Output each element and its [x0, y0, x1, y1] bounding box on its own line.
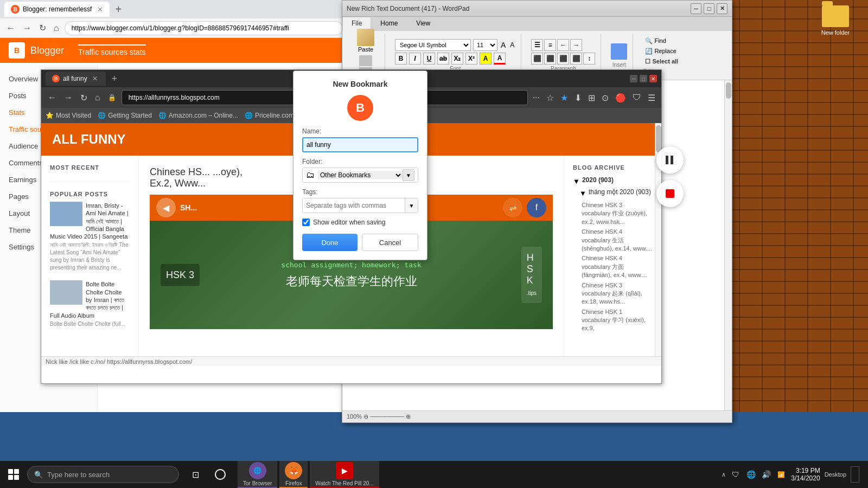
- ff-toolbar-icons: ··· ☆ ★ ⬇ ⊞ ⊙ 🔴 🛡 ☰: [531, 91, 657, 105]
- folder-expand-btn[interactable]: ▼: [403, 169, 414, 181]
- desktop-folder-icon[interactable]: New folder: [814, 5, 857, 36]
- taskbar-search-bar[interactable]: 🔍 Type here to search: [27, 466, 179, 483]
- taskbar-clock[interactable]: 3:19 PM 3/14/2020: [791, 467, 820, 482]
- taskbar-app-firefox[interactable]: 🦊 Firefox: [279, 461, 308, 488]
- bookmark-getting-started[interactable]: 🌐 Getting Started: [98, 112, 152, 119]
- blogger-back-btn[interactable]: ←: [4, 22, 17, 34]
- tray-expand-btn[interactable]: ∧: [722, 471, 726, 478]
- ff-shield-btn[interactable]: 🛡: [631, 91, 643, 104]
- show-editor-checkbox[interactable]: [302, 219, 310, 226]
- highlight-btn[interactable]: A: [480, 53, 492, 65]
- pause-record-btn[interactable]: [656, 146, 684, 174]
- taskbar-app-tor[interactable]: 🌐 Tor Browser: [238, 461, 277, 488]
- ff-containers-btn[interactable]: ⊙: [600, 91, 610, 105]
- ff-pocket-btn[interactable]: ☆: [545, 91, 556, 105]
- archive-post-3[interactable]: Chinese HSK 4 vocabulary 方面 (fāngmiàn), …: [582, 254, 653, 279]
- blogger-tab[interactable]: B Blogger: rememberlessf ✕: [4, 2, 110, 17]
- font-size-select[interactable]: 11: [473, 39, 497, 51]
- ff-download-btn[interactable]: ⬇: [573, 91, 583, 105]
- bookmark-tags-dropdown[interactable]: ▼: [405, 198, 418, 213]
- firefox-tab-close-btn[interactable]: ✕: [91, 74, 99, 83]
- select-all-btn[interactable]: ☐ Select all: [643, 57, 680, 66]
- tray-network-icon[interactable]: 🌐: [745, 469, 756, 480]
- blogger-home-btn[interactable]: ⌂: [52, 22, 61, 34]
- popular-post-2[interactable]: Bolte Bolte Cholte Cholte by Imran | বলত…: [50, 280, 130, 328]
- align-center-btn[interactable]: ⬛: [544, 53, 556, 65]
- start-button[interactable]: [0, 461, 27, 488]
- shuffle-btn[interactable]: ⇌: [503, 198, 522, 217]
- ff-reload-btn[interactable]: ↻: [78, 91, 90, 105]
- ol-btn[interactable]: ≡: [544, 39, 556, 51]
- tray-battery-icon[interactable]: 📶: [776, 469, 787, 480]
- bookmark-name-input[interactable]: [302, 137, 418, 152]
- bookmark-most-visited[interactable]: ⭐ Most Visited: [46, 112, 91, 119]
- font-grow-btn[interactable]: A: [500, 41, 507, 49]
- taskbar-task-view-btn[interactable]: ⊡: [183, 461, 207, 488]
- taskbar-app-video[interactable]: ▶ Watch The Red Pill 20...: [310, 461, 379, 488]
- ff-more-btn[interactable]: ···: [531, 91, 541, 104]
- find-btn[interactable]: 🔍 Find: [643, 36, 680, 46]
- show-desktop-btn[interactable]: [851, 466, 859, 483]
- archive-post-4[interactable]: Chinese HSK 3 vocabulary 起来 (qǐlái), ex.…: [582, 281, 653, 306]
- bookmark-done-btn[interactable]: Done: [302, 234, 358, 251]
- underline-btn[interactable]: U: [423, 53, 435, 65]
- new-tab-plus-btn[interactable]: +: [108, 72, 121, 85]
- desktop-show-btn[interactable]: Desktop: [825, 471, 846, 478]
- ff-menu-btn[interactable]: ☰: [646, 91, 657, 105]
- ff-home-btn[interactable]: ⌂: [93, 91, 103, 105]
- archive-year-row[interactable]: ▼ 2020 (903): [573, 176, 653, 186]
- replace-btn[interactable]: 🔄 Replace: [643, 47, 680, 56]
- bookmark-tags-input[interactable]: [303, 198, 405, 213]
- ff-forward-btn[interactable]: →: [62, 91, 75, 105]
- ff-addon-btn[interactable]: 🔴: [614, 91, 628, 105]
- bold-btn[interactable]: B: [395, 53, 407, 65]
- superscript-btn[interactable]: X²: [465, 53, 477, 65]
- blogger-url-bar[interactable]: [65, 21, 343, 35]
- list-btn[interactable]: ☰: [531, 39, 543, 51]
- archive-post-5[interactable]: Chinese HSK 1 vocabulary 学习 (xuéxí), ex.…: [582, 308, 653, 333]
- ff-bookmark-star-btn[interactable]: ★: [559, 91, 570, 105]
- blogger-forward-btn[interactable]: →: [21, 22, 34, 34]
- ff-collections-btn[interactable]: ⊞: [586, 91, 597, 105]
- bookmark-amazon[interactable]: 🌐 Amazon.com – Online...: [158, 112, 238, 119]
- strikethrough-btn[interactable]: ab: [437, 53, 449, 65]
- ff-back-btn[interactable]: ←: [46, 91, 59, 105]
- blog-prev-btn[interactable]: ◀: [156, 198, 176, 217]
- font-name-select[interactable]: Segoe UI Symbol: [395, 39, 471, 51]
- linespace-btn[interactable]: ↕: [583, 53, 595, 65]
- bookmark-folder-select[interactable]: Other Bookmarks: [318, 171, 403, 179]
- wordpad-minimize-btn[interactable]: ─: [691, 3, 701, 14]
- firefox-maximize-btn[interactable]: □: [640, 75, 647, 82]
- paste-btn[interactable]: Paste: [352, 26, 379, 55]
- blogger-tab-close[interactable]: ✕: [97, 5, 103, 14]
- font-color-btn[interactable]: A: [494, 53, 506, 65]
- align-left-btn[interactable]: ⬛: [531, 53, 543, 65]
- blogger-reload-btn[interactable]: ↻: [37, 22, 48, 34]
- justify-btn[interactable]: ⬛: [570, 53, 582, 65]
- align-right-btn[interactable]: ⬛: [557, 53, 569, 65]
- wordpad-close-btn[interactable]: ✕: [717, 3, 727, 14]
- new-tab-btn[interactable]: +: [113, 1, 124, 18]
- archive-post-2[interactable]: Chinese HSK 4 vocabulary 生活 (shēnghuó), …: [582, 228, 653, 253]
- font-shrink-btn[interactable]: A: [509, 41, 515, 49]
- bookmark-cancel-btn[interactable]: Cancel: [362, 234, 418, 251]
- popular-post-1[interactable]: Imran, Bristy - Ami Nei Amate | আমি নেই …: [50, 202, 130, 272]
- archive-month-row[interactable]: ▼ tháng một 2020 (903): [579, 188, 653, 198]
- wordpad-maximize-btn[interactable]: □: [704, 3, 714, 14]
- bookmark-priceline[interactable]: 🌐 Priceline.com: [245, 112, 294, 119]
- ribbon-tab-view[interactable]: View: [407, 17, 439, 31]
- facebook-share-btn[interactable]: f: [527, 198, 546, 217]
- firefox-active-tab[interactable]: B all funny ✕: [46, 72, 106, 86]
- archive-post-1[interactable]: Chinese HSK 3 vocabulary 作业 (zuòyè), ex.…: [582, 201, 653, 226]
- italic-btn[interactable]: I: [409, 53, 421, 65]
- indent-dec-btn[interactable]: ←: [557, 39, 569, 51]
- indent-inc-btn[interactable]: →: [570, 39, 582, 51]
- stop-record-btn[interactable]: [656, 180, 684, 207]
- subscript-btn[interactable]: X₂: [451, 53, 463, 65]
- taskbar-cortana-btn[interactable]: [208, 461, 232, 488]
- tray-sound-icon[interactable]: 🔊: [761, 469, 771, 480]
- tray-security-icon[interactable]: 🛡: [730, 469, 741, 480]
- wordpad-scrollbar[interactable]: [724, 80, 732, 415]
- firefox-close-btn[interactable]: ✕: [649, 75, 657, 82]
- firefox-minimize-btn[interactable]: ─: [630, 75, 637, 82]
